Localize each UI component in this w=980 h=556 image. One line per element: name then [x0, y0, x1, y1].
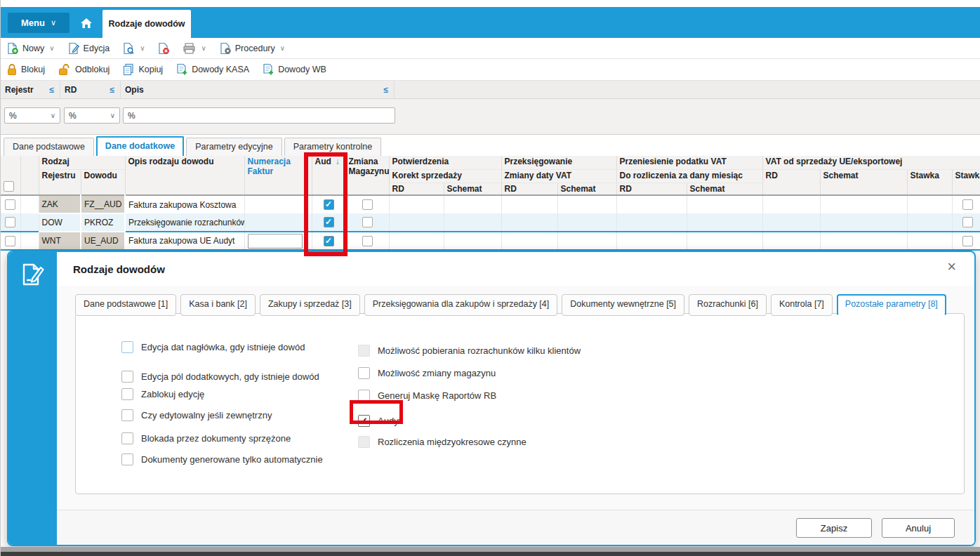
dialog-tab-dane-podstawowe[interactable]: Dane podstawowe [1] — [75, 294, 176, 316]
header-potw-schemat: Schemat — [444, 183, 501, 195]
option-edycja-dat-naglowka[interactable]: Edycja dat nagłówka, gdy istnieje dowód — [121, 340, 323, 354]
checkbox[interactable] — [121, 454, 133, 465]
save-button[interactable]: Zapisz — [796, 518, 872, 538]
zmiana-magazynu-checkbox[interactable] — [362, 199, 373, 210]
header-numeracja-faktur[interactable]: NumeracjaFaktur — [244, 156, 312, 195]
zmiana-magazynu-cell — [345, 213, 389, 232]
row-select-cell — [1, 213, 20, 232]
row-select-checkbox[interactable] — [5, 236, 15, 246]
lte-operator-icon[interactable]: ≤ — [49, 85, 54, 95]
option-generuj-maske-raportow-rb[interactable]: Generuj Maskę Raportów RB — [358, 388, 581, 402]
header-vat-rd: RD — [762, 169, 820, 195]
lock-button[interactable]: Blokuj — [6, 63, 45, 76]
option-czy-edytowalny[interactable]: Czy edytowalny jeśli zewnętrzny — [121, 408, 323, 422]
dialog-tab-dokumenty-wewnetrzne[interactable]: Dokumenty wewnętrzne [5] — [562, 294, 684, 316]
rodzaje-dowodow-dialog: Rodzaje dowodów × Dane podstawowe [1] Ka… — [7, 251, 976, 546]
home-icon[interactable] — [79, 16, 93, 30]
bottom-gray-strip — [1, 547, 980, 552]
dialog-tab-przeksiegowania[interactable]: Przeksięgowania dla zakupów i sprzedaży … — [364, 294, 558, 316]
zmiana-magazynu-cell — [345, 195, 389, 213]
checkbox[interactable] — [358, 345, 370, 357]
table-row[interactable]: ZAK FZ__AUD Faktura zakupowa Kosztowa — [1, 195, 980, 213]
opis-cell: Faktura zakupowa UE Audyt — [125, 232, 244, 250]
delete-button[interactable] — [157, 42, 170, 55]
tab-dane-podstawowe[interactable]: Dane podstawowe — [4, 138, 94, 156]
document-edit-icon — [18, 260, 48, 290]
stawka-z-kartoteki-checkbox[interactable] — [962, 217, 973, 227]
row-select-checkbox[interactable] — [5, 199, 15, 210]
procedures-button[interactable]: Procedury ∨ — [219, 42, 285, 55]
checkbox[interactable] — [121, 388, 133, 400]
checkbox[interactable] — [121, 409, 133, 421]
option-dokumenty-generowane-automatycznie[interactable]: Dokumenty generowane tylko automatycznie — [121, 452, 323, 466]
window-tab-rodzaje-dowodow[interactable]: Rodzaje dowodów — [102, 10, 191, 38]
tab-parametry-edycyjne[interactable]: Parametry edycyjne — [186, 138, 282, 156]
dialog-tab-rozrachunki[interactable]: Rozrachunki [6] — [689, 294, 767, 316]
dowody-kasa-button[interactable]: Dowody KASA — [176, 63, 249, 76]
close-icon[interactable]: × — [947, 259, 956, 274]
option-rozliczenia-miedzyokresowe[interactable]: Rozliczenia międzyokresowe czynne — [358, 435, 581, 449]
tab-parametry-kontrolne[interactable]: Parametry kontrolne — [284, 138, 382, 156]
zmiana-magazynu-checkbox[interactable] — [362, 217, 373, 227]
header-stawka-z-kartoteki: Stawka z kart — [952, 169, 980, 195]
option-zablokuj-edycje[interactable]: Zablokuj edycję — [121, 387, 323, 401]
aud-checkbox[interactable] — [324, 199, 334, 210]
options-column-right: Możliwość pobierania rozrachunków kilku … — [358, 343, 581, 449]
lte-operator-icon[interactable]: ≤ — [110, 85, 114, 95]
filter-bar: Rejestr ≤ RD ≤ Opis ≤ % ∨ % ∨ % — [1, 81, 980, 135]
header-opis: Opis rodzaju dowodu — [125, 156, 244, 195]
numeracja-input[interactable] — [248, 234, 303, 249]
option-label: Edycja pól dodatkowych, gdy istnieje dow… — [141, 371, 319, 382]
aud-checkbox[interactable] — [324, 236, 334, 246]
option-edycja-pol-dodatkowych[interactable]: Edycja pól dodatkowych, gdy istnieje dow… — [121, 369, 323, 383]
opis-filter-input[interactable]: % — [123, 107, 395, 124]
dialog-tab-pozostale-parametry[interactable]: Pozostałe parametry [8] — [837, 294, 946, 316]
option-blokada-dokumenty-sprzezone[interactable]: Blokada przez dokumenty sprzężone — [121, 431, 323, 445]
new-button[interactable]: Nowy ∨ — [6, 42, 55, 55]
copy-button[interactable]: Kopiuj — [122, 63, 163, 76]
option-mozliwosc-pobierania-rozrachunkow[interactable]: Możliwość pobierania rozrachunków kilku … — [358, 343, 581, 357]
rejestr-filter-select[interactable]: % ∨ — [4, 107, 60, 124]
audyt-checkbox[interactable] — [358, 415, 370, 427]
aud-checkbox[interactable] — [324, 217, 334, 227]
unlock-button[interactable]: Odblokuj — [58, 63, 110, 76]
checkbox[interactable] — [121, 371, 133, 383]
dialog-tab-zakupy-i-sprzedaz[interactable]: Zakupy i sprzedaż [3] — [260, 294, 360, 316]
lte-operator-icon[interactable]: ≤ — [383, 85, 388, 95]
option-mozliwosc-zmiany-magazynu[interactable]: Możliwość zmiany magazynu — [358, 366, 581, 380]
cancel-button[interactable]: Anuluj — [882, 518, 955, 538]
checkbox[interactable] — [121, 341, 133, 353]
checkbox[interactable] — [358, 367, 370, 379]
checkbox[interactable] — [358, 390, 370, 402]
option-label: Czy edytowalny jeśli zewnętrzny — [141, 410, 272, 421]
header-aud[interactable]: Aud↓ — [312, 156, 345, 195]
print-button[interactable]: ∨ — [183, 42, 206, 55]
stawka-z-kartoteki-checkbox[interactable] — [962, 199, 973, 210]
dialog-tab-kasa-i-bank[interactable]: Kasa i bank [2] — [180, 294, 256, 316]
tab-dane-dodatkowe[interactable]: Dane dodatkowe — [96, 136, 184, 156]
row-select-checkbox[interactable] — [5, 217, 15, 227]
table-row[interactable]: DOW PKROZ Przeksięgowanie rozrachunków — [1, 213, 980, 232]
opis-filter-value: % — [128, 111, 135, 121]
numeracja-cell — [244, 232, 312, 250]
checkbox[interactable] — [121, 432, 133, 444]
checkbox[interactable] — [358, 436, 370, 448]
menu-button[interactable]: Menu ∨ — [8, 13, 69, 33]
edit-button[interactable]: Edycja — [67, 42, 110, 55]
select-all-checkbox[interactable] — [4, 181, 14, 192]
table-row[interactable]: WNT UE_AUD Faktura zakupowa UE Audyt — [1, 232, 980, 250]
numeracja-cell — [244, 195, 312, 213]
zmiana-magazynu-checkbox[interactable] — [362, 236, 373, 246]
header-vat-ue: VAT od sprzedaży UE/eksportowej — [762, 156, 980, 169]
rd-filter-select[interactable]: % ∨ — [64, 107, 120, 124]
sort-descending-icon: ↓ — [336, 157, 340, 166]
dialog-tab-kontrola[interactable]: Kontrola [7] — [771, 294, 833, 316]
dowody-wb-button[interactable]: Dowody WB — [262, 63, 326, 76]
dialog-footer: Zapisz Anuluj — [57, 510, 974, 545]
options-column-left: Edycja dat nagłówka, gdy istnieje dowód … — [121, 340, 323, 466]
preview-button[interactable]: ∨ — [122, 42, 145, 55]
document-add-icon — [262, 63, 274, 76]
header-przen-schemat: Schemat — [687, 183, 762, 195]
option-audyt[interactable]: Audyt — [358, 413, 581, 428]
stawka-z-kartoteki-checkbox[interactable] — [962, 236, 973, 246]
